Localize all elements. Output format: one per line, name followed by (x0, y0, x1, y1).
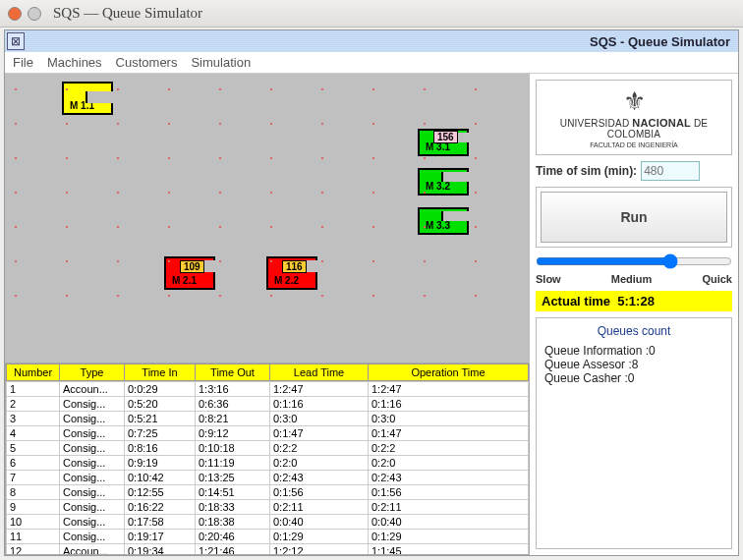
table-row[interactable]: 8Consig...0:12:550:14:510:1:560:1:56 (7, 485, 529, 500)
inner-titlebar: ⊠ SQS - Queue Simulator (5, 30, 738, 52)
machine-m33[interactable]: M 3.3 (418, 207, 469, 235)
col-header[interactable]: Time Out (196, 364, 270, 381)
machine-m31[interactable]: M 3.1 156 (418, 129, 469, 156)
table-row[interactable]: 12Accoun...0:19:341:21:461:2:121:1:45 (7, 544, 529, 555)
speed-medium-label: Medium (611, 273, 653, 285)
menu-machines[interactable]: Machines (47, 55, 102, 70)
queue-information: Queue Information :0 (544, 344, 723, 358)
sim-canvas[interactable]: M 1.1 M 2.1 109 M 2.2 116 M 3.1 156 M 3.… (5, 74, 530, 363)
run-button[interactable]: Run (541, 192, 727, 243)
speed-slow-label: Slow (536, 273, 561, 285)
menubar: File Machines Customers Simulation (5, 52, 738, 74)
window-minimize-button[interactable] (28, 7, 41, 21)
machine-label: M 2.1 (172, 275, 197, 286)
crest-icon: ⚜ (544, 86, 723, 117)
table-row[interactable]: 6Consig...0:9:190:11:190:2:00:2:0 (7, 456, 529, 471)
col-header[interactable]: Time In (125, 364, 196, 381)
speed-slider[interactable] (536, 253, 732, 269)
speed-quick-label: Quick (702, 273, 732, 285)
window-close-button[interactable] (8, 7, 22, 21)
actual-time: Actual time 5:1:28 (536, 291, 732, 311)
col-header[interactable]: Type (60, 364, 125, 381)
queues-panel: Queues count Queue Information :0 Queue … (536, 317, 732, 549)
queue-assesor: Queue Assesor :8 (544, 358, 723, 371)
ticket-156: 156 (433, 131, 458, 143)
table-row[interactable]: 9Consig...0:16:220:18:330:2:110:2:11 (7, 500, 529, 515)
machine-label: M 3.3 (426, 220, 450, 231)
queues-title: Queues count (544, 324, 723, 338)
inner-close-button[interactable]: ⊠ (7, 32, 25, 50)
col-header[interactable]: Operation Time (369, 364, 529, 381)
table-row[interactable]: 1Accoun...0:0:291:3:161:2:471:2:47 (7, 382, 529, 397)
time-of-sim-row: Time of sim (min): (536, 161, 732, 181)
machine-m22[interactable]: M 2.2 116 (266, 256, 317, 290)
menu-customers[interactable]: Customers (116, 55, 178, 70)
col-header[interactable]: Lead Time (270, 364, 369, 381)
col-header[interactable]: Number (7, 364, 60, 381)
machine-label: M 2.2 (274, 275, 299, 286)
queue-casher: Queue Casher :0 (544, 371, 723, 385)
table-row[interactable]: 3Consig...0:5:210:8:210:3:00:3:0 (7, 412, 529, 426)
time-of-sim-input[interactable] (641, 161, 700, 181)
results-table: NumberTypeTime InTime OutLead TimeOperat… (5, 363, 530, 555)
inner-title: SQS - Queue Simulator (590, 34, 730, 49)
table-scroll[interactable]: 1Accoun...0:0:291:3:161:2:471:2:472Consi… (6, 381, 529, 554)
machine-m21[interactable]: M 2.1 109 (164, 256, 215, 290)
ticket-116: 116 (282, 260, 307, 273)
menu-file[interactable]: File (13, 55, 33, 70)
os-titlebar: SQS — Queue Simulator (0, 0, 743, 28)
table-row[interactable]: 11Consig...0:19:170:20:460:1:290:1:29 (7, 530, 529, 544)
machine-label: M 1.1 (70, 100, 94, 111)
window-title: SQS — Queue Simulator (53, 5, 202, 22)
table-row[interactable]: 2Consig...0:5:200:6:360:1:160:1:16 (7, 397, 529, 412)
run-panel: Run (536, 187, 732, 248)
machine-label: M 3.2 (426, 181, 450, 192)
menu-simulation[interactable]: Simulation (191, 55, 251, 70)
app-frame: ⊠ SQS - Queue Simulator File Machines Cu… (4, 29, 739, 556)
table-row[interactable]: 5Consig...0:8:160:10:180:2:20:2:2 (7, 441, 529, 456)
table-row[interactable]: 7Consig...0:10:420:13:250:2:430:2:43 (7, 471, 529, 485)
table-row[interactable]: 4Consig...0:7:250:9:120:1:470:1:47 (7, 426, 529, 441)
university-logo: ⚜ UNIVERSIDAD NACIONAL DE COLOMBIA FACUL… (536, 80, 732, 155)
speed-control: Slow Medium Quick (536, 253, 732, 285)
ticket-109: 109 (180, 260, 204, 273)
machine-m11[interactable]: M 1.1 (62, 82, 113, 115)
time-of-sim-label: Time of sim (min): (536, 164, 637, 178)
table-row[interactable]: 10Consig...0:17:580:18:380:0:400:0:40 (7, 515, 529, 530)
